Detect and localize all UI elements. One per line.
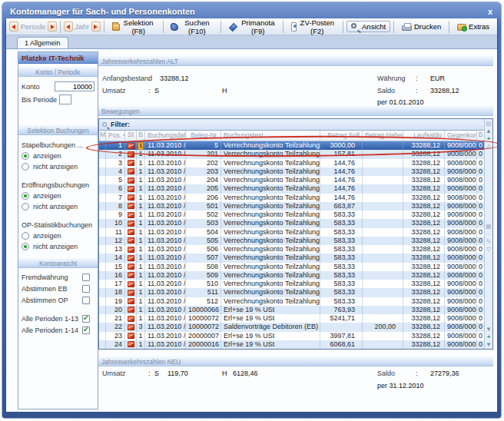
table-row[interactable]: 11111.03.2010 /Do504Verrechnungskonto Te… (99, 228, 485, 237)
filter-row[interactable]: Filter: (99, 119, 492, 131)
column-header-pos[interactable]: Pos. (106, 131, 125, 141)
insert-record-icon[interactable]: + (487, 135, 491, 143)
column-header-st[interactable]: St (125, 131, 137, 141)
arrow-left-icon (66, 25, 70, 29)
table-row[interactable]: 15111.03.2010 /Do508Verrechnungskonto Te… (99, 263, 485, 271)
cell-gegenkonto: 9008/000 (445, 159, 477, 167)
table-row[interactable]: 14111.03.2010 /Do507Verrechnungskonto Te… (99, 254, 485, 262)
table-row[interactable]: 10111.03.2010 /Do503Verrechnungskonto Te… (99, 219, 485, 227)
table-row[interactable]: 23111.03.2010 /Do20000007Erl+se 19 % USt… (99, 332, 485, 340)
toolbar-separator (343, 21, 343, 33)
umsatz-neu-label: Umsatz (102, 370, 126, 377)
konto-input[interactable] (55, 81, 94, 91)
table-row[interactable]: 3111.03.2010 /Do202Verrechnungskonto Tei… (99, 159, 485, 167)
cell-haben (363, 237, 403, 245)
column-chooser-icon[interactable]: ▤ (486, 120, 492, 128)
periode-next-button[interactable] (48, 22, 57, 31)
abstimmen-eb-checkbox[interactable] (82, 285, 90, 293)
ansicht-button[interactable]: Ansicht (346, 21, 390, 32)
cell-gegenkonto: 9008/000 (445, 176, 477, 184)
cell-text: Verrechnungskonto Teilzahlungen (221, 210, 320, 219)
cell-pos: 10 (106, 219, 125, 227)
table-row[interactable]: 22311.03.2010 /Do10000072Saldenvorträge … (99, 323, 485, 331)
table-row[interactable]: 6111.03.2010 /Do205Verrechnungskonto Tei… (99, 184, 485, 193)
column-header-gegenkonto[interactable]: Gegenkonto (445, 131, 477, 141)
column-header-beleg[interactable]: Beleg-Nr. (186, 131, 221, 141)
periode-prev-button[interactable] (9, 22, 18, 31)
booking-stamp-icon (128, 255, 134, 261)
jahr-next-button[interactable] (91, 22, 101, 31)
filter-funnel-icon[interactable]: ▽ (486, 246, 491, 254)
suchen-button[interactable]: Suchen (F10) (166, 18, 217, 37)
extras-button[interactable]: Extras (453, 21, 494, 32)
table-row[interactable]: 5111.03.2010 /Do204Verrechnungskonto Tei… (99, 176, 485, 184)
table-row[interactable]: 1111.03.2010 /Do5Verrechnungskonto Teilz… (99, 141, 485, 150)
column-header-haben[interactable]: Betrag Haben (363, 131, 403, 141)
fremdwaehrung-checkbox[interactable] (82, 273, 90, 281)
next-record-icon[interactable]: ▼ (486, 326, 492, 333)
table-row[interactable]: 18111.03.2010 /Do511Verrechnungskonto Te… (99, 288, 485, 297)
selektion-label: Selektion (F8) (122, 18, 155, 35)
zoom-record-icon[interactable]: ◌ (487, 230, 491, 238)
bis-periode-input[interactable] (59, 94, 71, 104)
cell-b: 1 (137, 141, 145, 150)
radio-anzeigen[interactable] (22, 152, 29, 160)
cell-st (125, 288, 137, 297)
cell-gegenkonto: 9008/000 (445, 167, 477, 176)
table-row[interactable]: 9111.03.2010 /Do502Verrechnungskonto Tei… (99, 210, 485, 219)
radio-nicht-anzeigen[interactable] (22, 203, 29, 210)
table-row[interactable]: 20111.03.2010 /Do10000066Erl+se 19 % USt… (99, 306, 485, 314)
selektion-button[interactable]: Selektion (F8) (108, 18, 160, 37)
radio-nicht-anzeigen[interactable] (22, 163, 29, 171)
table-row[interactable]: 19111.03.2010 /Do512Verrechnungskonto Te… (99, 297, 485, 306)
column-header-text[interactable]: Buchungstext (221, 131, 320, 141)
cell-text: Saldenvorträge Debitoren (EB) (221, 323, 320, 331)
table-row[interactable]: 17111.03.2010 /Do510Verrechnungskonto Te… (99, 280, 485, 288)
table-row[interactable]: 16111.03.2010 /Do509Verrechnungskonto Te… (99, 271, 485, 280)
cell-laufsaldo: 33288,12 (403, 219, 445, 227)
table-row[interactable]: 21111.03.2010 /Do10000072Erl+se 19 % USt… (99, 314, 485, 323)
edit-record-icon[interactable]: ✎ (486, 238, 492, 246)
drucken-button[interactable]: Drucken (397, 21, 446, 32)
grid-view-icon[interactable]: ▦ (486, 223, 492, 230)
first-record-icon[interactable]: ▲ (486, 128, 492, 135)
cell-datum: 11.03.2010 /Do (145, 323, 186, 331)
cell-text: Verrechnungskonto Teilzahlungen (221, 297, 320, 306)
column-header-m[interactable]: M (99, 131, 106, 141)
column-header-laufsaldo[interactable]: Laufsaldo (403, 131, 445, 141)
table-row[interactable]: 8111.03.2010 /Do501Verrechnungskonto Tei… (99, 202, 485, 210)
prev-record-icon[interactable]: △ (486, 143, 491, 151)
column-header-soll[interactable]: Betrag Soll (320, 131, 363, 141)
tab-allgemein[interactable]: 1 Allgemein (17, 37, 68, 48)
column-header-b[interactable]: B (137, 131, 145, 141)
alle-perioden-1-14-checkbox[interactable] (82, 327, 90, 334)
cell-b: 1 (137, 288, 145, 297)
table-row[interactable]: 7111.03.2010 /Do206Verrechnungskonto Tei… (99, 194, 485, 202)
cell-datum: 11.03.2010 /Do (145, 245, 186, 254)
cell-b: 1 (137, 167, 145, 176)
cell-beleg: 10000072 (186, 323, 221, 331)
close-button[interactable]: x (486, 7, 495, 16)
table-row[interactable]: 24111.03.2010 /Do20000016Erl+se 19 % USt… (99, 340, 485, 349)
primanota-button[interactable]: Primanota (F9) (224, 18, 280, 37)
table-row[interactable]: 12111.03.2010 /Do505Verrechnungskonto Te… (99, 237, 485, 245)
append-record-icon[interactable]: + (487, 333, 491, 341)
cell-haben (363, 141, 403, 150)
radio-anzeigen[interactable] (22, 232, 29, 240)
zv-posten-button[interactable]: ZV-Posten (F2) (287, 18, 340, 37)
table-row[interactable]: 2111.03.2010 /Do201Verrechnungskonto Tei… (99, 150, 485, 158)
cell-pos: 12 (106, 237, 125, 245)
cell-m (99, 202, 106, 210)
column-header-datum[interactable]: Buchungsdatum (145, 131, 186, 141)
last-record-icon[interactable]: ▼ (486, 341, 492, 349)
primanota-label: Primanota (F9) (240, 18, 275, 35)
radio-anzeigen[interactable] (22, 192, 29, 200)
radio-nicht-anzeigen[interactable] (22, 243, 29, 250)
company-title: Platzke IT-Technik (18, 52, 98, 64)
alle-perioden-1-13-checkbox[interactable] (82, 315, 90, 323)
table-row[interactable]: 13111.03.2010 /Do506Verrechnungskonto Te… (99, 245, 485, 254)
abstimmen-op-checkbox[interactable] (82, 297, 90, 304)
jahr-prev-button[interactable] (64, 22, 73, 31)
table-row[interactable]: 4111.03.2010 /Do203Verrechnungskonto Tei… (99, 167, 485, 176)
cell-m (99, 332, 106, 340)
